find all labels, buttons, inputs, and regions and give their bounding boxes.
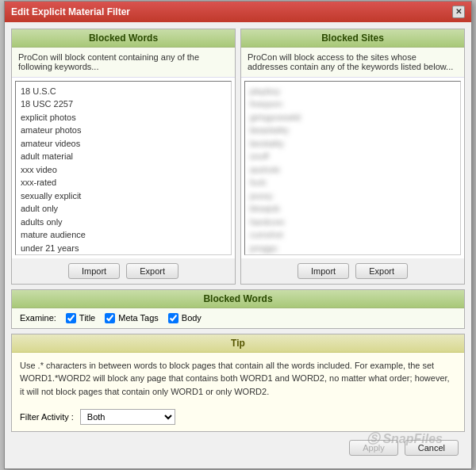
blocked-words-export-button[interactable]: Export bbox=[126, 263, 178, 279]
window-content: Blocked Words ProCon will block content … bbox=[5, 22, 471, 469]
bottom-buttons: Apply Cancel bbox=[11, 437, 465, 462]
title-label: Title bbox=[79, 313, 95, 323]
tip-section: Tip Use .* characters in between words t… bbox=[11, 334, 465, 433]
title-checkbox-label[interactable]: Title bbox=[66, 313, 95, 323]
blocked-sites-header: Blocked Sites bbox=[241, 29, 464, 48]
examine-row: Examine: Title Meta Tags Body bbox=[12, 308, 464, 328]
top-panels: Blocked Words ProCon will block content … bbox=[11, 29, 465, 285]
meta-tags-checkbox-label[interactable]: Meta Tags bbox=[105, 313, 159, 323]
tip-text: Use .* characters in between words to bl… bbox=[12, 353, 464, 405]
blocked-sites-description: ProCon will block access to the sites wh… bbox=[241, 48, 464, 78]
body-checkbox[interactable] bbox=[168, 313, 178, 323]
tip-header: Tip bbox=[12, 334, 464, 353]
blocked-sites-panel: Blocked Sites ProCon will block access t… bbox=[240, 29, 465, 285]
title-checkbox[interactable] bbox=[66, 313, 76, 323]
window-title: Edit Explicit Material Filter bbox=[11, 6, 130, 17]
blocked-words-header: Blocked Words bbox=[12, 29, 235, 48]
blocked-sites-export-button[interactable]: Export bbox=[355, 263, 408, 279]
meta-tags-checkbox[interactable] bbox=[105, 313, 115, 323]
filter-activity-row: Filter Activity : BothBlocked Words Only… bbox=[12, 404, 464, 431]
blocked-sites-list[interactable]: playboyfreeporngirlsgonewildbeastialityb… bbox=[244, 81, 461, 255]
filter-activity-select[interactable]: BothBlocked Words OnlyBlocked Sites Only… bbox=[80, 409, 175, 425]
title-bar-buttons: ✕ bbox=[452, 6, 465, 18]
blocked-words-description: ProCon will block content containing any… bbox=[12, 48, 235, 78]
apply-button[interactable]: Apply bbox=[349, 440, 398, 456]
filter-activity-label: Filter Activity : bbox=[20, 412, 74, 422]
bottom-area: Apply Cancel Ⓢ SnapFiles bbox=[11, 437, 465, 462]
blocked-sites-buttons: Import Export bbox=[241, 258, 464, 284]
blocked-words-buttons: Import Export bbox=[12, 258, 235, 284]
body-checkbox-label[interactable]: Body bbox=[168, 313, 202, 323]
body-label: Body bbox=[182, 313, 202, 323]
examine-label: Examine: bbox=[20, 313, 56, 323]
blocked-words-panel: Blocked Words ProCon will block content … bbox=[11, 29, 236, 285]
title-bar: Edit Explicit Material Filter ✕ bbox=[5, 2, 471, 22]
close-button[interactable]: ✕ bbox=[452, 6, 465, 18]
blocked-words-list[interactable]: 18 U.S.C18 USC 2257explicit photosamateu… bbox=[15, 81, 232, 255]
blocked-words-import-button[interactable]: Import bbox=[68, 263, 120, 279]
blocked-sites-import-button[interactable]: Import bbox=[298, 263, 349, 279]
cancel-button[interactable]: Cancel bbox=[405, 440, 459, 456]
main-window: Edit Explicit Material Filter ✕ Blocked … bbox=[4, 1, 472, 470]
examine-section: Blocked Words Examine: Title Meta Tags B… bbox=[11, 289, 465, 329]
meta-tags-label: Meta Tags bbox=[118, 313, 159, 323]
examine-section-header: Blocked Words bbox=[12, 290, 464, 308]
